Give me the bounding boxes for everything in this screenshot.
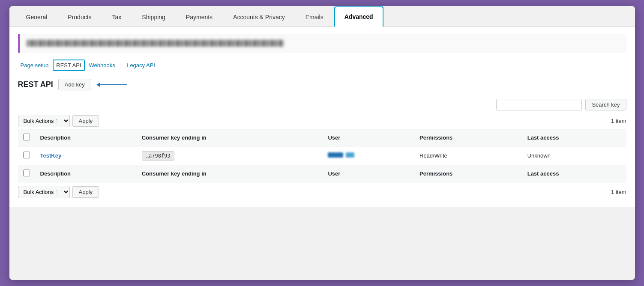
tab-accounts[interactable]: Accounts & Privacy — [223, 7, 295, 27]
table-row: TestKey …a798f93 Read/Write — [18, 146, 626, 165]
search-row: Search key — [18, 99, 626, 110]
subnav-separator: | — [120, 62, 122, 69]
tab-advanced[interactable]: Advanced — [334, 6, 383, 27]
bulk-left-bottom: Bulk Actions ÷ Apply — [18, 186, 99, 198]
rest-api-header: REST API Add key — [18, 79, 626, 90]
top-bulk-actions-row: Bulk Actions ÷ Apply 1 item — [18, 115, 626, 127]
th-checkbox — [18, 129, 35, 146]
subnav-rest-api[interactable]: REST API — [53, 60, 84, 71]
th-checkbox-bottom — [18, 165, 35, 182]
bulk-actions-select-top[interactable]: Bulk Actions ÷ — [18, 115, 70, 127]
item-count-top: 1 item — [611, 118, 626, 124]
th-user-bottom: User — [323, 165, 414, 182]
th-last-access: Last access — [522, 129, 626, 146]
apply-button-top[interactable]: Apply — [72, 115, 99, 127]
item-count-bottom: 1 item — [611, 189, 626, 195]
row-checkbox-cell — [18, 146, 35, 165]
api-table: Description Consumer key ending in User … — [18, 129, 626, 182]
add-key-button[interactable]: Add key — [58, 79, 91, 90]
row-permissions: Read/Write — [414, 146, 522, 165]
user-blur-2 — [346, 152, 354, 158]
tab-shipping[interactable]: Shipping — [132, 7, 175, 27]
tab-emails[interactable]: Emails — [296, 7, 333, 27]
rest-api-title: REST API — [18, 80, 53, 89]
main-content: Page setup REST API Webhooks | Legacy AP… — [9, 27, 635, 207]
th-permissions-bottom: Permissions — [414, 165, 522, 182]
apply-button-bottom[interactable]: Apply — [72, 186, 99, 198]
blurred-banner — [18, 34, 626, 53]
th-user: User — [323, 129, 414, 146]
th-consumer-key-bottom: Consumer key ending in — [137, 165, 323, 182]
row-checkbox[interactable] — [23, 152, 30, 158]
bulk-actions-select-bottom[interactable]: Bulk Actions ÷ — [18, 186, 70, 198]
th-permissions: Permissions — [414, 129, 522, 146]
tab-products[interactable]: Products — [58, 7, 101, 27]
row-user — [323, 146, 414, 165]
subnav-page-setup[interactable]: Page setup — [18, 60, 51, 70]
bottom-bulk-actions-row: Bulk Actions ÷ Apply 1 item — [18, 186, 626, 198]
tabs-bar: General Products Tax Shipping Payments A… — [9, 6, 635, 27]
th-last-access-bottom: Last access — [522, 165, 626, 182]
user-blurred-content — [328, 152, 354, 158]
key-badge: …a798f93 — [142, 151, 174, 161]
search-input[interactable] — [496, 99, 582, 110]
blurred-text-content — [27, 40, 284, 47]
th-description: Description — [35, 129, 137, 146]
select-all-checkbox[interactable] — [23, 134, 30, 140]
tab-tax[interactable]: Tax — [102, 7, 132, 27]
sub-navigation: Page setup REST API Webhooks | Legacy AP… — [18, 60, 626, 71]
user-blur-1 — [328, 152, 343, 158]
tab-general[interactable]: General — [16, 7, 57, 27]
table-footer-header-row: Description Consumer key ending in User … — [18, 165, 626, 182]
bulk-left-top: Bulk Actions ÷ Apply — [18, 115, 99, 127]
select-all-checkbox-bottom[interactable] — [23, 170, 30, 176]
row-description-link[interactable]: TestKey — [40, 152, 62, 159]
table-header-row: Description Consumer key ending in User … — [18, 129, 626, 146]
tab-payments[interactable]: Payments — [176, 7, 222, 27]
search-key-button[interactable]: Search key — [585, 99, 626, 110]
row-key-ending: …a798f93 — [137, 146, 323, 165]
subnav-webhooks[interactable]: Webhooks — [87, 60, 118, 70]
row-description: TestKey — [35, 146, 137, 165]
row-last-access: Unknown — [522, 146, 626, 165]
svg-marker-1 — [96, 83, 100, 87]
th-description-bottom: Description — [35, 165, 137, 182]
subnav-legacy-api[interactable]: Legacy API — [124, 60, 158, 70]
th-consumer-key: Consumer key ending in — [137, 129, 323, 146]
arrow-indicator — [96, 80, 131, 89]
